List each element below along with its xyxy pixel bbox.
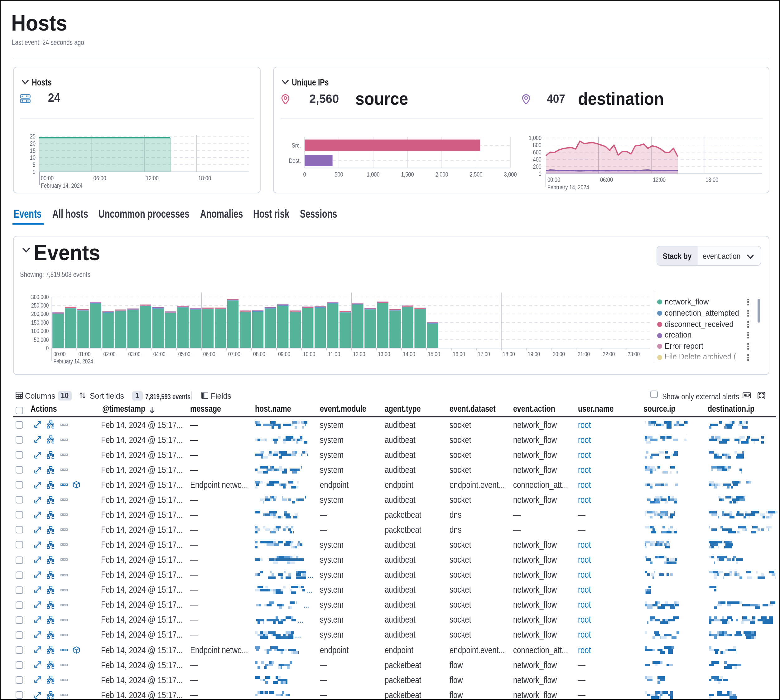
svg-text:0: 0 <box>539 170 542 177</box>
svg-text:150,000: 150,000 <box>31 320 49 326</box>
svg-text:1,500: 1,500 <box>401 171 414 178</box>
svg-text:05:00: 05:00 <box>178 351 190 358</box>
svg-text:200: 200 <box>533 163 542 170</box>
svg-text:20: 20 <box>30 140 35 147</box>
svg-text:03:00: 03:00 <box>128 351 140 358</box>
svg-text:12:00: 12:00 <box>653 176 665 183</box>
svg-text:0: 0 <box>303 171 306 178</box>
svg-text:300,000: 300,000 <box>31 294 49 301</box>
svg-text:22:00: 22:00 <box>603 351 615 358</box>
svg-text:12:00: 12:00 <box>146 174 158 182</box>
svg-text:2,000: 2,000 <box>436 171 448 178</box>
svg-text:10:00: 10:00 <box>303 351 315 358</box>
svg-text:12:00: 12:00 <box>353 351 365 358</box>
svg-text:500: 500 <box>334 171 343 178</box>
svg-text:20:00: 20:00 <box>553 351 565 358</box>
svg-text:1,000: 1,000 <box>529 135 542 142</box>
svg-text:21:00: 21:00 <box>578 351 590 358</box>
svg-text:50,000: 50,000 <box>34 336 49 343</box>
svg-text:200,000: 200,000 <box>31 311 49 318</box>
svg-text:800: 800 <box>533 142 542 149</box>
svg-text:08:00: 08:00 <box>253 351 265 358</box>
svg-text:0: 0 <box>32 168 35 175</box>
svg-text:10: 10 <box>30 154 35 161</box>
svg-text:09:00: 09:00 <box>278 351 290 358</box>
svg-text:16:00: 16:00 <box>453 351 465 358</box>
svg-text:00:00: 00:00 <box>547 176 560 183</box>
svg-text:06:00: 06:00 <box>600 176 613 183</box>
svg-text:13:00: 13:00 <box>378 351 390 358</box>
svg-text:00:00: 00:00 <box>40 174 53 182</box>
svg-text:17:00: 17:00 <box>477 351 490 358</box>
svg-text:February 14, 2024: February 14, 2024 <box>40 182 82 189</box>
svg-text:01:00: 01:00 <box>78 351 90 358</box>
svg-text:11:00: 11:00 <box>328 351 340 358</box>
svg-text:18:00: 18:00 <box>198 174 211 182</box>
svg-text:25: 25 <box>30 133 35 140</box>
svg-text:3,000: 3,000 <box>504 171 517 178</box>
svg-text:02:00: 02:00 <box>103 351 115 358</box>
svg-text:0: 0 <box>46 345 49 352</box>
svg-text:Dest.: Dest. <box>289 157 301 164</box>
svg-text:00:00: 00:00 <box>53 351 65 358</box>
svg-text:February 14, 2024: February 14, 2024 <box>53 358 93 365</box>
svg-text:1,000: 1,000 <box>367 171 380 178</box>
svg-text:04:00: 04:00 <box>153 351 165 358</box>
svg-text:19:00: 19:00 <box>528 351 540 358</box>
svg-text:06:00: 06:00 <box>93 174 106 182</box>
svg-text:18:00: 18:00 <box>502 351 515 358</box>
svg-text:15: 15 <box>30 147 35 154</box>
svg-text:Src.: Src. <box>292 142 301 149</box>
svg-text:18:00: 18:00 <box>705 176 718 183</box>
svg-text:23:00: 23:00 <box>627 351 640 358</box>
svg-text:14:00: 14:00 <box>403 351 415 358</box>
svg-text:2,500: 2,500 <box>470 171 482 178</box>
svg-text:400: 400 <box>533 156 542 163</box>
svg-text:5: 5 <box>32 161 35 168</box>
svg-text:February 14, 2024: February 14, 2024 <box>547 184 589 191</box>
svg-text:600: 600 <box>533 149 542 156</box>
svg-text:07:00: 07:00 <box>228 351 240 358</box>
svg-text:250,000: 250,000 <box>31 302 49 309</box>
svg-text:15:00: 15:00 <box>428 351 440 358</box>
svg-text:06:00: 06:00 <box>203 351 215 358</box>
svg-text:100,000: 100,000 <box>31 328 49 335</box>
